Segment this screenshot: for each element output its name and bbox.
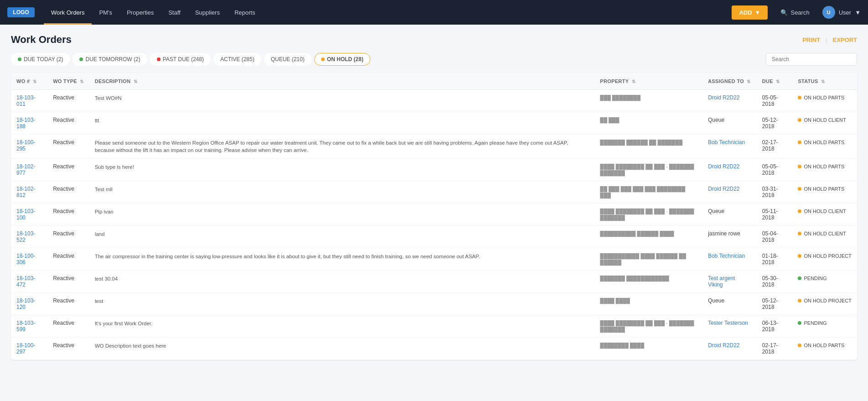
assigned-link[interactable]: Bob Technician — [708, 139, 745, 146]
cell-due: 03-31-2018 — [757, 181, 793, 203]
cell-wo-type: Reactive — [47, 90, 89, 112]
cell-wo-type: Reactive — [47, 338, 89, 360]
cell-assigned-to: Bob Technician — [702, 135, 757, 159]
status-badge: ON HOLD PARTS — [798, 140, 844, 145]
app-logo[interactable]: LOGO — [7, 7, 35, 17]
sort-icon: ⇅ — [80, 79, 83, 84]
cell-due: 02-17-2018 — [757, 135, 793, 159]
col-assigned-to[interactable]: ASSIGNED TO ⇅ — [702, 73, 757, 90]
wo-link[interactable]: 18-100-297 — [16, 342, 35, 355]
status-badge: ON HOLD PARTS — [798, 343, 844, 348]
assigned-link[interactable]: Droid R2D22 — [708, 163, 739, 170]
page-content: Work Orders PRINT | EXPORT DUE TODAY (2)… — [0, 25, 868, 369]
assigned-link[interactable]: Tester Testerson — [708, 320, 748, 326]
cell-wo-type: Reactive — [47, 226, 89, 248]
tab-past-due[interactable]: PAST DUE (248) — [150, 53, 211, 66]
tab-dot-due-today — [18, 57, 21, 61]
nav-staff[interactable]: Staff — [161, 0, 188, 25]
cell-status: ON HOLD PROJECT — [792, 248, 857, 271]
cell-wo-num: 18-100-295 — [11, 135, 47, 159]
cell-assigned-to: Queue — [702, 203, 757, 226]
wo-link[interactable]: 18-103-522 — [16, 230, 35, 243]
cell-description: Test mll — [89, 181, 595, 203]
assigned-link[interactable]: Droid R2D22 — [708, 342, 739, 349]
wo-link[interactable]: 18-102-977 — [16, 163, 35, 176]
cell-due: 05-05-2018 — [757, 159, 793, 181]
status-text: ON HOLD PROJECT — [804, 253, 852, 259]
add-button[interactable]: ADD ▼ — [732, 5, 768, 20]
property-text: ███████████ ████ ██████ ██ ██████ — [600, 253, 686, 265]
wo-link[interactable]: 18-103-599 — [16, 320, 35, 333]
nav-suppliers[interactable]: Suppliers — [188, 0, 227, 25]
tab-dot-on-hold — [321, 57, 325, 61]
assigned-link[interactable]: Droid R2D22 — [708, 94, 739, 101]
search-nav-button[interactable]: 🔍 Search — [775, 6, 815, 19]
cell-assigned-to: jasmine rowe — [702, 226, 757, 248]
table-row: 18-103-472 Reactive test 30.04 ███████ █… — [11, 271, 857, 293]
description-text: Sub type is here! — [95, 164, 134, 170]
tab-queue[interactable]: QUEUE (210) — [264, 53, 312, 66]
export-button[interactable]: EXPORT — [833, 36, 857, 43]
status-text: ON HOLD PARTS — [804, 164, 844, 169]
user-menu[interactable]: U User ▼ — [822, 6, 861, 19]
nav-pms[interactable]: PM's — [92, 0, 119, 25]
status-badge: ON HOLD PROJECT — [798, 298, 852, 303]
cell-status: ON HOLD PARTS — [792, 159, 857, 181]
tab-on-hold[interactable]: ON HOLD (28) — [314, 53, 370, 66]
description-text: ttt — [95, 118, 99, 123]
status-text: ON HOLD CLIENT — [804, 208, 846, 214]
tab-due-today[interactable]: DUE TODAY (2) — [11, 53, 70, 66]
cell-assigned-to: Test argent Viking — [702, 271, 757, 293]
cell-property: ████ ████ — [595, 293, 703, 315]
tab-active[interactable]: ACTIVE (285) — [213, 53, 261, 66]
cell-wo-type: Reactive — [47, 293, 89, 315]
wo-link[interactable]: 18-103-011 — [16, 94, 35, 107]
page-title: Work Orders — [11, 34, 72, 46]
divider: | — [826, 36, 827, 43]
table-row: 18-100-295 Reactive Please send someone … — [11, 135, 857, 159]
cell-description: The air compressor in the training cente… — [89, 248, 595, 271]
wo-link[interactable]: 18-103-100 — [16, 208, 35, 221]
tab-due-tomorrow[interactable]: DUE TOMORROW (2) — [73, 53, 147, 66]
wo-link[interactable]: 18-100-295 — [16, 139, 35, 152]
sort-icon: ⇅ — [134, 79, 137, 84]
assigned-link[interactable]: Bob Technician — [708, 253, 745, 259]
wo-link[interactable]: 18-100-306 — [16, 253, 35, 266]
cell-property: ████ ████████ ██ ███ - ███████ ███████ — [595, 203, 703, 226]
col-wo-type[interactable]: WO TYPE ⇅ — [47, 73, 89, 90]
wo-link[interactable]: 18-102-812 — [16, 186, 35, 198]
search-input[interactable] — [766, 53, 857, 66]
table-row: 18-103-100 Reactive Pip ivan ████ ██████… — [11, 203, 857, 226]
status-text: ON HOLD CLIENT — [804, 117, 846, 123]
col-status[interactable]: STATUS ⇅ — [792, 73, 857, 90]
wo-link[interactable]: 18-103-188 — [16, 117, 35, 130]
col-property[interactable]: PROPERTY ⇅ — [595, 73, 703, 90]
cell-wo-type: Reactive — [47, 248, 89, 271]
col-wo-num[interactable]: WO # ⇅ — [11, 73, 47, 90]
table-row: 18-100-306 Reactive The air compressor i… — [11, 248, 857, 271]
col-due[interactable]: DUE ⇅ — [757, 73, 793, 90]
property-text: ██████████ ██████ ████ — [600, 231, 674, 236]
nav-reports[interactable]: Reports — [227, 0, 263, 25]
print-button[interactable]: PRINT — [802, 36, 820, 43]
status-text: ON HOLD CLIENT — [804, 231, 846, 236]
assigned-link[interactable]: Test argent Viking — [708, 275, 735, 288]
wo-link[interactable]: 18-103-472 — [16, 275, 35, 288]
nav-items: Work Orders PM's Properties Staff Suppli… — [44, 0, 732, 25]
status-dot — [798, 96, 801, 99]
wo-link[interactable]: 18-103-120 — [16, 297, 35, 310]
table-row: 18-102-977 Reactive Sub type is here! ██… — [11, 159, 857, 181]
col-description[interactable]: DESCRIPTION ⇅ — [89, 73, 595, 90]
cell-wo-num: 18-103-011 — [11, 90, 47, 112]
cell-property: ████ ████████ ██ ███ - ███████ ███████ — [595, 315, 703, 338]
property-text: ███ ████████ — [600, 95, 641, 100]
page-actions: PRINT | EXPORT — [802, 36, 857, 43]
cell-description: Test WO#N — [89, 90, 595, 112]
nav-properties[interactable]: Properties — [120, 0, 161, 25]
description-text: Please send someone out to the Western R… — [95, 140, 568, 153]
assigned-link[interactable]: Droid R2D22 — [708, 186, 739, 192]
status-text: PENDING — [804, 320, 826, 326]
nav-work-orders[interactable]: Work Orders — [44, 0, 92, 25]
chevron-down-icon: ▼ — [755, 9, 761, 16]
cell-assigned-to: Droid R2D22 — [702, 338, 757, 360]
